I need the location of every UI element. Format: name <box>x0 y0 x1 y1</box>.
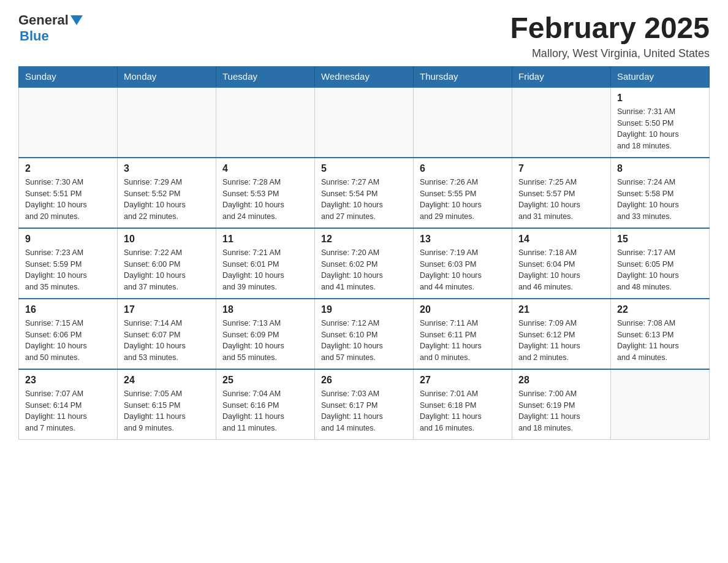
calendar-table: Sunday Monday Tuesday Wednesday Thursday… <box>18 66 710 440</box>
day-number: 8 <box>617 163 703 174</box>
day-info: Sunrise: 7:08 AMSunset: 6:13 PMDaylight:… <box>617 318 703 364</box>
day-number: 26 <box>321 375 407 386</box>
calendar-week-1: 1Sunrise: 7:31 AMSunset: 5:50 PMDaylight… <box>19 87 710 158</box>
day-number: 20 <box>420 304 506 315</box>
col-saturday: Saturday <box>611 66 710 87</box>
day-info: Sunrise: 7:07 AMSunset: 6:14 PMDaylight:… <box>25 388 111 434</box>
day-info: Sunrise: 7:24 AMSunset: 5:58 PMDaylight:… <box>617 177 703 223</box>
table-row: 26Sunrise: 7:03 AMSunset: 6:17 PMDayligh… <box>315 369 414 440</box>
day-info: Sunrise: 7:23 AMSunset: 5:59 PMDaylight:… <box>25 247 111 293</box>
table-row: 15Sunrise: 7:17 AMSunset: 6:05 PMDayligh… <box>611 228 710 299</box>
calendar-week-5: 23Sunrise: 7:07 AMSunset: 6:14 PMDayligh… <box>19 369 710 440</box>
logo-blue-text: Blue <box>20 28 83 44</box>
logo-triangle-icon <box>70 15 83 25</box>
day-info: Sunrise: 7:13 AMSunset: 6:09 PMDaylight:… <box>222 318 308 364</box>
table-row: 23Sunrise: 7:07 AMSunset: 6:14 PMDayligh… <box>19 369 118 440</box>
day-info: Sunrise: 7:19 AMSunset: 6:03 PMDaylight:… <box>420 247 506 293</box>
day-info: Sunrise: 7:12 AMSunset: 6:10 PMDaylight:… <box>321 318 407 364</box>
table-row: 6Sunrise: 7:26 AMSunset: 5:55 PMDaylight… <box>414 158 512 228</box>
table-row: 22Sunrise: 7:08 AMSunset: 6:13 PMDayligh… <box>611 299 710 369</box>
table-row: 4Sunrise: 7:28 AMSunset: 5:53 PMDaylight… <box>216 158 315 228</box>
logo-general-text: General <box>18 12 69 28</box>
day-number: 11 <box>222 234 308 245</box>
day-number: 25 <box>222 375 308 386</box>
day-number: 12 <box>321 234 407 245</box>
table-row: 12Sunrise: 7:20 AMSunset: 6:02 PMDayligh… <box>315 228 414 299</box>
table-row: 28Sunrise: 7:00 AMSunset: 6:19 PMDayligh… <box>512 369 611 440</box>
day-info: Sunrise: 7:03 AMSunset: 6:17 PMDaylight:… <box>321 388 407 434</box>
day-number: 3 <box>124 163 210 174</box>
calendar-week-3: 9Sunrise: 7:23 AMSunset: 5:59 PMDaylight… <box>19 228 710 299</box>
day-number: 2 <box>25 163 111 174</box>
day-info: Sunrise: 7:29 AMSunset: 5:52 PMDaylight:… <box>124 177 210 223</box>
col-tuesday: Tuesday <box>216 66 315 87</box>
table-row: 14Sunrise: 7:18 AMSunset: 6:04 PMDayligh… <box>512 228 611 299</box>
month-title: February 2025 <box>510 12 710 45</box>
col-sunday: Sunday <box>19 66 118 87</box>
day-number: 17 <box>124 304 210 315</box>
table-row: 10Sunrise: 7:22 AMSunset: 6:00 PMDayligh… <box>118 228 216 299</box>
day-number: 16 <box>25 304 111 315</box>
day-number: 21 <box>518 304 604 315</box>
day-number: 4 <box>222 163 308 174</box>
day-number: 24 <box>124 375 210 386</box>
table-row <box>118 87 216 158</box>
day-info: Sunrise: 7:18 AMSunset: 6:04 PMDaylight:… <box>518 247 604 293</box>
table-row: 3Sunrise: 7:29 AMSunset: 5:52 PMDaylight… <box>118 158 216 228</box>
col-thursday: Thursday <box>414 66 512 87</box>
table-row: 2Sunrise: 7:30 AMSunset: 5:51 PMDaylight… <box>19 158 118 228</box>
calendar-week-4: 16Sunrise: 7:15 AMSunset: 6:06 PMDayligh… <box>19 299 710 369</box>
table-row <box>512 87 611 158</box>
col-wednesday: Wednesday <box>315 66 414 87</box>
table-row: 19Sunrise: 7:12 AMSunset: 6:10 PMDayligh… <box>315 299 414 369</box>
day-info: Sunrise: 7:00 AMSunset: 6:19 PMDaylight:… <box>518 388 604 434</box>
day-info: Sunrise: 7:04 AMSunset: 6:16 PMDaylight:… <box>222 388 308 434</box>
day-info: Sunrise: 7:14 AMSunset: 6:07 PMDaylight:… <box>124 318 210 364</box>
day-number: 23 <box>25 375 111 386</box>
day-info: Sunrise: 7:05 AMSunset: 6:15 PMDaylight:… <box>124 388 210 434</box>
table-row: 21Sunrise: 7:09 AMSunset: 6:12 PMDayligh… <box>512 299 611 369</box>
day-info: Sunrise: 7:28 AMSunset: 5:53 PMDaylight:… <box>222 177 308 223</box>
day-number: 10 <box>124 234 210 245</box>
table-row: 7Sunrise: 7:25 AMSunset: 5:57 PMDaylight… <box>512 158 611 228</box>
day-info: Sunrise: 7:30 AMSunset: 5:51 PMDaylight:… <box>25 177 111 223</box>
title-section: February 2025 Mallory, West Virginia, Un… <box>510 12 710 60</box>
day-number: 7 <box>518 163 604 174</box>
day-info: Sunrise: 7:15 AMSunset: 6:06 PMDaylight:… <box>25 318 111 364</box>
table-row: 20Sunrise: 7:11 AMSunset: 6:11 PMDayligh… <box>414 299 512 369</box>
page-header: General Blue February 2025 Mallory, West… <box>18 12 710 60</box>
table-row <box>611 369 710 440</box>
day-number: 19 <box>321 304 407 315</box>
day-number: 1 <box>617 93 703 104</box>
day-number: 14 <box>518 234 604 245</box>
table-row: 18Sunrise: 7:13 AMSunset: 6:09 PMDayligh… <box>216 299 315 369</box>
location-subtitle: Mallory, West Virginia, United States <box>510 47 710 60</box>
day-number: 13 <box>420 234 506 245</box>
day-info: Sunrise: 7:20 AMSunset: 6:02 PMDaylight:… <box>321 247 407 293</box>
day-number: 27 <box>420 375 506 386</box>
day-info: Sunrise: 7:25 AMSunset: 5:57 PMDaylight:… <box>518 177 604 223</box>
day-number: 18 <box>222 304 308 315</box>
table-row: 8Sunrise: 7:24 AMSunset: 5:58 PMDaylight… <box>611 158 710 228</box>
calendar-week-2: 2Sunrise: 7:30 AMSunset: 5:51 PMDaylight… <box>19 158 710 228</box>
day-info: Sunrise: 7:21 AMSunset: 6:01 PMDaylight:… <box>222 247 308 293</box>
day-number: 9 <box>25 234 111 245</box>
table-row: 25Sunrise: 7:04 AMSunset: 6:16 PMDayligh… <box>216 369 315 440</box>
table-row: 1Sunrise: 7:31 AMSunset: 5:50 PMDaylight… <box>611 87 710 158</box>
day-number: 5 <box>321 163 407 174</box>
day-info: Sunrise: 7:31 AMSunset: 5:50 PMDaylight:… <box>617 106 703 152</box>
table-row: 13Sunrise: 7:19 AMSunset: 6:03 PMDayligh… <box>414 228 512 299</box>
logo: General Blue <box>18 12 83 44</box>
day-info: Sunrise: 7:17 AMSunset: 6:05 PMDaylight:… <box>617 247 703 293</box>
day-info: Sunrise: 7:26 AMSunset: 5:55 PMDaylight:… <box>420 177 506 223</box>
col-monday: Monday <box>118 66 216 87</box>
table-row <box>216 87 315 158</box>
day-info: Sunrise: 7:11 AMSunset: 6:11 PMDaylight:… <box>420 318 506 364</box>
day-info: Sunrise: 7:01 AMSunset: 6:18 PMDaylight:… <box>420 388 506 434</box>
day-number: 28 <box>518 375 604 386</box>
table-row: 27Sunrise: 7:01 AMSunset: 6:18 PMDayligh… <box>414 369 512 440</box>
table-row: 11Sunrise: 7:21 AMSunset: 6:01 PMDayligh… <box>216 228 315 299</box>
day-number: 15 <box>617 234 703 245</box>
table-row: 16Sunrise: 7:15 AMSunset: 6:06 PMDayligh… <box>19 299 118 369</box>
table-row: 24Sunrise: 7:05 AMSunset: 6:15 PMDayligh… <box>118 369 216 440</box>
